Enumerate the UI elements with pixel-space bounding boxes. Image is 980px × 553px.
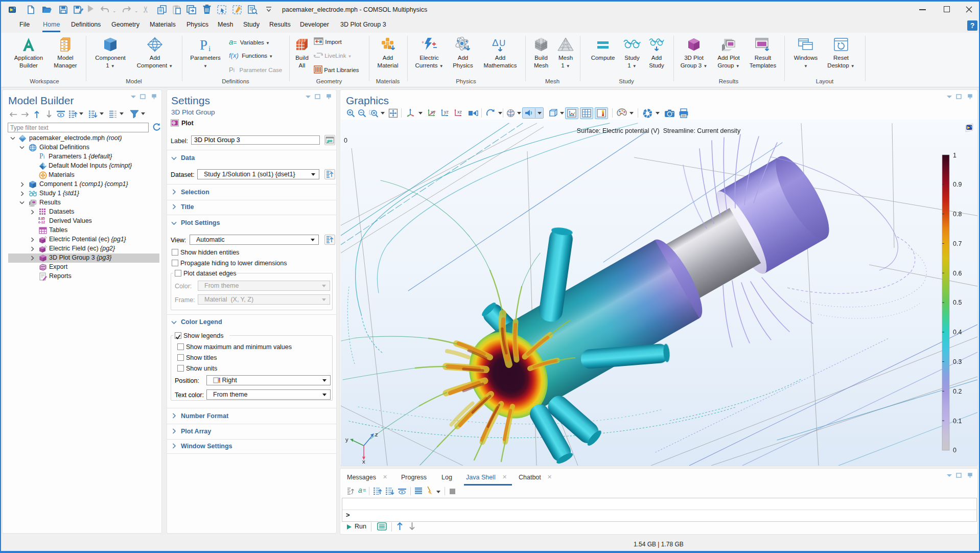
svg-text:0.4: 0.4 xyxy=(953,329,962,336)
svg-text:0.3: 0.3 xyxy=(953,358,962,365)
svg-text:0.6: 0.6 xyxy=(953,270,962,277)
svg-text:Δ: Δ xyxy=(492,37,499,48)
svg-text:0.7: 0.7 xyxy=(953,240,962,247)
svg-text:z: z xyxy=(375,431,378,437)
svg-text:xz: xz xyxy=(457,109,462,114)
svg-text:i: i xyxy=(208,44,211,52)
svg-text:y: y xyxy=(345,436,348,443)
svg-text:Surface: Electric potential (V: Surface: Electric potential (V) Streamli… xyxy=(577,127,741,134)
svg-text:U: U xyxy=(499,38,505,48)
svg-text:0: 0 xyxy=(953,447,956,454)
svg-text:P: P xyxy=(200,37,207,52)
svg-text:xy: xy xyxy=(431,109,436,114)
svg-text:0.8: 0.8 xyxy=(953,211,962,218)
svg-text:0.1: 0.1 xyxy=(953,418,962,425)
svg-text:0: 0 xyxy=(344,137,347,144)
svg-text:0.5: 0.5 xyxy=(953,299,962,306)
svg-text:+: + xyxy=(422,40,424,45)
svg-text:0.2: 0.2 xyxy=(953,388,962,395)
svg-text:1: 1 xyxy=(953,152,956,159)
svg-text:0.9: 0.9 xyxy=(953,181,962,188)
svg-text:yz: yz xyxy=(444,109,449,114)
svg-text:x: x xyxy=(362,458,365,465)
